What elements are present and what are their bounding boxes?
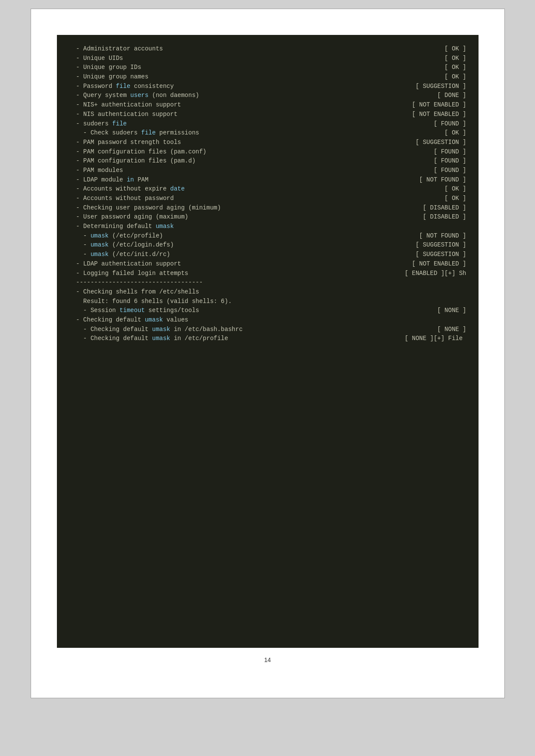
terminal-line: - Checking default umask values xyxy=(69,316,466,325)
terminal-line: - Unique group names[ OK ] xyxy=(69,72,466,82)
line-text: - Accounts without expire date xyxy=(69,184,185,194)
line-text: - LDAP module in PAM xyxy=(69,175,149,185)
terminal-line: - LDAP authentication support[ NOT ENABL… xyxy=(69,259,466,269)
line-text: - Checking default umask in /etc/bash.ba… xyxy=(69,325,243,334)
terminal-line: - NIS authentication support[ NOT ENABLE… xyxy=(69,110,466,119)
keyword: file xyxy=(141,129,156,136)
page-number: 14 xyxy=(57,656,479,663)
line-status: [ OK ] xyxy=(444,184,466,194)
line-text: - Checking shells from /etc/shells xyxy=(69,287,199,297)
line-text: - Checking user password aging (minimum) xyxy=(69,203,221,213)
line-text: - umask (/etc/login.defs) xyxy=(69,241,174,250)
line-status: [ NOT ENABLED ] xyxy=(412,100,466,110)
line-text: - Determining default umask xyxy=(69,222,174,231)
terminal-line: - Session timeout settings/tools[ NONE ] xyxy=(69,306,466,316)
terminal-line: - Unique UIDs[ OK ] xyxy=(69,54,466,63)
terminal-line: - PAM password strength tools[ SUGGESTIO… xyxy=(69,138,466,147)
terminal-line: - Determining default umask xyxy=(69,222,466,231)
keyword: umask xyxy=(152,326,170,333)
line-status: [ DISABLED ] xyxy=(423,212,466,222)
terminal-line: - Check sudoers file permissions[ OK ] xyxy=(69,128,466,138)
terminal-line: - Checking shells from /etc/shells xyxy=(69,287,466,297)
line-status: [ NONE ] xyxy=(437,325,466,334)
line-text: - PAM modules xyxy=(69,166,123,175)
line-text: - Administrator accounts xyxy=(69,44,163,54)
line-status: [ NONE ] xyxy=(437,306,466,316)
line-status: [ DISABLED ] xyxy=(423,203,466,213)
line-text: - Checking default umask values xyxy=(69,316,188,325)
line-status: [ FOUND ] xyxy=(434,156,466,166)
terminal-line: - Administrator accounts[ OK ] xyxy=(69,44,466,54)
line-status: [ DONE ] xyxy=(437,91,466,100)
terminal-line: - umask (/etc/init.d/rc)[ SUGGESTION ] xyxy=(69,250,466,259)
line-text: - User password aging (maximum) xyxy=(69,212,188,222)
keyword: users xyxy=(130,92,148,99)
keyword: file xyxy=(112,120,127,127)
line-status: [ FOUND ] xyxy=(434,119,466,129)
keyword: umask xyxy=(91,241,109,248)
line-status: [ OK ] xyxy=(444,194,466,203)
line-text: - Check sudoers file permissions xyxy=(69,128,199,138)
line-status: [ SUGGESTION ] xyxy=(416,82,466,91)
line-text: - Accounts without password xyxy=(69,194,174,203)
line-status: [ OK ] xyxy=(444,63,466,72)
line-status: [ SUGGESTION ] xyxy=(416,241,466,250)
line-text: - Checking default umask in /etc/profile xyxy=(69,334,228,344)
line-text: ----------------------------------- xyxy=(69,278,203,287)
terminal-line: ----------------------------------- xyxy=(69,278,466,287)
line-text: - Unique UIDs xyxy=(69,54,123,63)
keyword: umask xyxy=(91,232,109,239)
line-text: Result: found 6 shells (valid shells: 6)… xyxy=(69,297,232,306)
keyword: file xyxy=(116,83,131,90)
terminal-line: - User password aging (maximum)[ DISABLE… xyxy=(69,212,466,222)
line-text: - sudoers file xyxy=(69,119,127,129)
line-text: - Session timeout settings/tools xyxy=(69,306,199,316)
terminal-line: - PAM configuration files (pam.conf)[ FO… xyxy=(69,147,466,157)
line-status: [ NOT FOUND ] xyxy=(419,231,466,241)
line-text: - Password file consistency xyxy=(69,82,174,91)
line-text: - Unique group IDs xyxy=(69,63,141,72)
line-text: - Logging failed login attempts xyxy=(69,269,188,278)
line-status: [ OK ] xyxy=(444,54,466,63)
terminal-output: - Administrator accounts[ OK ] - Unique … xyxy=(57,35,479,648)
line-text: - PAM configuration files (pam.conf) xyxy=(69,147,206,157)
keyword: timeout xyxy=(119,307,145,314)
terminal-line: - Accounts without expire date[ OK ] xyxy=(69,184,466,194)
line-status: [ SUGGESTION ] xyxy=(416,250,466,259)
line-status: [ OK ] xyxy=(444,128,466,138)
terminal-line: - Password file consistency[ SUGGESTION … xyxy=(69,82,466,91)
terminal-line: - Query system users (non daemons)[ DONE… xyxy=(69,91,466,100)
keyword: umask xyxy=(152,335,170,342)
terminal-line: - Checking user password aging (minimum)… xyxy=(69,203,466,213)
terminal-line: - umask (/etc/login.defs)[ SUGGESTION ] xyxy=(69,241,466,250)
line-status: [ OK ] xyxy=(444,44,466,54)
line-text: - NIS authentication support xyxy=(69,110,178,119)
page: - Administrator accounts[ OK ] - Unique … xyxy=(31,9,505,698)
terminal-line: - PAM modules[ FOUND ] xyxy=(69,166,466,175)
line-status: [ SUGGESTION ] xyxy=(416,138,466,147)
terminal-line: - Logging failed login attempts[ ENABLED… xyxy=(69,269,466,278)
keyword: umask xyxy=(145,316,163,323)
terminal-line: - LDAP module in PAM[ NOT FOUND ] xyxy=(69,175,466,185)
terminal-line: - NIS+ authentication support[ NOT ENABL… xyxy=(69,100,466,110)
line-status: [ NOT FOUND ] xyxy=(419,175,466,185)
line-text: - PAM password strength tools xyxy=(69,138,181,147)
terminal-line: - Checking default umask in /etc/profile… xyxy=(69,334,466,344)
line-status: [ NOT ENABLED ] xyxy=(412,259,466,269)
line-status: [ NOT ENABLED ] xyxy=(412,110,466,119)
terminal-line: - Accounts without password[ OK ] xyxy=(69,194,466,203)
line-text: - umask (/etc/profile) xyxy=(69,231,163,241)
keyword: umask xyxy=(91,251,109,258)
terminal-line: - Checking default umask in /etc/bash.ba… xyxy=(69,325,466,334)
line-text: - PAM configuration files (pam.d) xyxy=(69,156,196,166)
terminal-line: - umask (/etc/profile)[ NOT FOUND ] xyxy=(69,231,466,241)
line-status: [ ENABLED ][+] Sh xyxy=(405,269,466,278)
line-status: [ NONE ][+] File xyxy=(405,334,466,344)
terminal-line: - PAM configuration files (pam.d)[ FOUND… xyxy=(69,156,466,166)
keyword: umask xyxy=(156,223,174,230)
keyword: date xyxy=(170,185,185,192)
line-text: - Query system users (non daemons) xyxy=(69,91,199,100)
keyword: in xyxy=(127,176,134,183)
line-text: - Unique group names xyxy=(69,72,149,82)
terminal-line: Result: found 6 shells (valid shells: 6)… xyxy=(69,297,466,306)
